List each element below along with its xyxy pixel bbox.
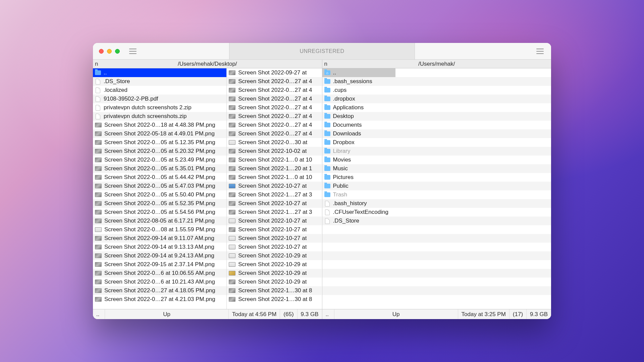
file-row[interactable]: Screen Shot 2022-0…27 at 4 bbox=[227, 77, 322, 86]
file-row[interactable]: Screen Shot 2022-09-14 at 9.11.07 AM.png bbox=[93, 234, 226, 243]
file-row[interactable]: Screen Shot 2022-1…27 at 3 bbox=[227, 190, 322, 199]
file-row[interactable]: .DS_Store bbox=[93, 77, 226, 86]
file-row[interactable]: Screen Shot 2022-1…20 at 1 bbox=[227, 164, 322, 173]
file-row[interactable]: Pictures bbox=[322, 173, 395, 182]
file-row[interactable]: Screen Shot 2022-0…27 at 4.21.03 PM.png bbox=[93, 295, 226, 304]
left-path-header[interactable]: n /Users/mehak/Desktop/ bbox=[93, 60, 322, 68]
file-name: Screen Shot 2022-0…27 at 4.18.05 PM.png bbox=[104, 287, 215, 294]
file-row[interactable]: Screen Shot 2022-10-27 at bbox=[227, 225, 322, 234]
file-row[interactable]: .CFUserTextEncoding bbox=[322, 208, 395, 217]
file-row[interactable]: Screen Shot 2022-0…05 at 5.20.32 PM.png bbox=[93, 147, 226, 156]
file-row[interactable]: Screen Shot 2022-0…08 at 1.55.59 PM.png bbox=[93, 225, 226, 234]
file-row[interactable]: Screen Shot 2022-0…27 at 4 bbox=[227, 95, 322, 103]
file-row[interactable]: Screen Shot 2022-0…05 at 5.50.40 PM.png bbox=[93, 190, 226, 199]
file-row[interactable]: Music bbox=[322, 164, 395, 173]
file-row[interactable]: Screen Shot 2022-1…27 at 3 bbox=[227, 208, 322, 217]
file-row[interactable]: Screen Shot 2022-10-29 at bbox=[227, 260, 322, 269]
file-row[interactable]: Screen Shot 2022-0…05 at 5.35.01 PM.png bbox=[93, 164, 226, 173]
file-row[interactable]: .DS_Store bbox=[322, 217, 395, 225]
file-row[interactable]: .localized bbox=[93, 86, 226, 95]
file-row[interactable]: Public bbox=[322, 182, 395, 190]
right-pane[interactable]: ...bash_sessions.cups.dropboxApplication… bbox=[322, 68, 551, 309]
file-row[interactable]: Screen Shot 2022-0…27 at 4 bbox=[227, 86, 322, 95]
file-row[interactable]: Screen Shot 2022-0…05 at 5.12.35 PM.png bbox=[93, 138, 226, 147]
zoom-button[interactable] bbox=[115, 49, 120, 54]
file-row[interactable]: Downloads bbox=[322, 129, 395, 138]
file-row[interactable]: Screen Shot 2022-0…05 at 5.44.42 PM.png bbox=[93, 173, 226, 182]
list-view-icon[interactable] bbox=[129, 49, 137, 54]
file-row[interactable]: Screen Shot 2022-09-14 at 9.13.13 AM.png bbox=[93, 243, 226, 251]
file-row[interactable]: Screen Shot 2022-08-05 at 6.17.21 PM.png bbox=[93, 217, 226, 225]
file-row[interactable]: Library bbox=[322, 147, 395, 156]
file-row[interactable]: Screen Shot 2022-10-27 at bbox=[227, 234, 322, 243]
status-parent[interactable]: .. bbox=[93, 309, 105, 319]
file-row[interactable]: Screen Shot 2022-1…0 at 10 bbox=[227, 156, 322, 164]
file-row[interactable]: Screen Shot 2022-0…30 at bbox=[227, 138, 322, 147]
file-row[interactable]: Screen Shot 2022-09-27 at bbox=[227, 68, 322, 77]
file-row[interactable]: Screen Shot 2022-10-29 at bbox=[227, 278, 322, 286]
file-row[interactable]: Screen Shot 2022-05-18 at 4.49.01 PM.png bbox=[93, 129, 226, 138]
left-pane[interactable]: ...DS_Store.localized9108-39502-2-PB.pdf… bbox=[93, 68, 322, 309]
file-row[interactable]: Screen Shot 2022-0…05 at 5.54.56 PM.png bbox=[93, 208, 226, 217]
close-button[interactable] bbox=[99, 49, 104, 54]
file-row[interactable]: .bash_sessions bbox=[322, 77, 395, 86]
file-row[interactable]: Screen Shot 2022-0…18 at 4.48.38 PM.png bbox=[93, 121, 226, 129]
file-row[interactable]: Screen Shot 2022-10-27 at bbox=[227, 217, 322, 225]
file-row[interactable]: privatevpn dutch screenshots.zip bbox=[93, 112, 226, 121]
tab-unregistered[interactable]: UNREGISTERED bbox=[229, 43, 415, 59]
file-row[interactable]: Desktop bbox=[322, 112, 395, 121]
file-row[interactable]: Screen Shot 2022-10-27 at bbox=[227, 199, 322, 208]
thumbnail-icon bbox=[95, 123, 102, 127]
file-row[interactable]: .bash_history bbox=[322, 199, 395, 208]
file-row[interactable]: Trash bbox=[322, 190, 395, 199]
file-name: Screen Shot 2022-0…05 at 5.35.01 PM.png bbox=[104, 165, 215, 172]
file-row[interactable]: 9108-39502-2-PB.pdf bbox=[93, 95, 226, 103]
file-row[interactable]: Screen Shot 2022-0…05 at 5.52.35 PM.png bbox=[93, 199, 226, 208]
file-row[interactable]: .cups bbox=[322, 86, 395, 95]
file-row[interactable]: Screen Shot 2022-0…05 at 5.23.49 PM.png bbox=[93, 156, 226, 164]
file-row[interactable]: Screen Shot 2022-10-27 at bbox=[227, 182, 322, 190]
file-row[interactable]: Screen Shot 2022-0…05 at 5.47.03 PM.png bbox=[93, 182, 226, 190]
file-name: 9108-39502-2-PB.pdf bbox=[104, 96, 158, 102]
list-view-icon[interactable] bbox=[536, 49, 544, 54]
file-name: Screen Shot 2022-10-27 at bbox=[238, 226, 307, 233]
file-row[interactable]: Applications bbox=[322, 103, 395, 112]
thumbnail-icon bbox=[229, 192, 235, 197]
file-name: Screen Shot 2022-0…27 at 4 bbox=[238, 96, 312, 102]
file-row[interactable]: privatevpn dutch screenshots 2.zip bbox=[93, 103, 226, 112]
status-parent[interactable]: .. bbox=[322, 309, 334, 319]
empty-row bbox=[395, 173, 551, 182]
file-row[interactable]: Screen Shot 2022-0…6 at 10.06.55 AM.png bbox=[93, 269, 226, 278]
empty-row bbox=[395, 286, 551, 295]
file-row[interactable]: Screen Shot 2022-0…27 at 4.18.05 PM.png bbox=[93, 286, 226, 295]
empty-row bbox=[395, 199, 551, 208]
file-row[interactable]: Documents bbox=[322, 121, 395, 129]
file-name: Screen Shot 2022-10-27 at bbox=[238, 200, 307, 207]
file-row[interactable]: Screen Shot 2022-1…30 at 8 bbox=[227, 286, 322, 295]
file-row[interactable]: Movies bbox=[322, 156, 395, 164]
file-row[interactable]: Screen Shot 2022-1…0 at 10 bbox=[227, 173, 322, 182]
file-row[interactable]: Screen Shot 2022-10-29 at bbox=[227, 269, 322, 278]
minimize-button[interactable] bbox=[107, 49, 112, 54]
file-row[interactable]: Screen Shot 2022-09-14 at 9.24.13 AM.png bbox=[93, 251, 226, 260]
file-row[interactable]: Screen Shot 2022-09-15 at 2.37.14 PM.png bbox=[93, 260, 226, 269]
file-row[interactable]: Screen Shot 2022-1…30 at 8 bbox=[227, 295, 322, 304]
file-row[interactable]: Screen Shot 2022-10-27 at bbox=[227, 243, 322, 251]
file-row[interactable]: Screen Shot 2022-0…6 at 10.21.43 AM.png bbox=[93, 278, 226, 286]
right-column-1: ...bash_sessions.cups.dropboxApplication… bbox=[322, 68, 395, 309]
file-row[interactable]: Screen Shot 2022-0…27 at 4 bbox=[227, 129, 322, 138]
file-row[interactable]: .. bbox=[93, 68, 226, 77]
thumbnail-icon bbox=[229, 70, 235, 75]
file-row[interactable]: Dropbox bbox=[322, 138, 395, 147]
file-row[interactable]: Screen Shot 2022-10-29 at bbox=[227, 251, 322, 260]
file-row[interactable]: Screen Shot 2022-0…27 at 4 bbox=[227, 121, 322, 129]
file-row[interactable]: .dropbox bbox=[322, 95, 395, 103]
file-row[interactable]: Screen Shot 2022-0…27 at 4 bbox=[227, 112, 322, 121]
status-up-button[interactable]: Up bbox=[334, 309, 458, 319]
right-path-header[interactable]: n /Users/mehak/ bbox=[322, 60, 551, 68]
file-row[interactable]: .. bbox=[322, 68, 395, 77]
left-status: .. Up Today at 4:56 PM (65) 9.3 GB bbox=[93, 309, 322, 319]
file-row[interactable]: Screen Shot 2022-10-02 at bbox=[227, 147, 322, 156]
file-row[interactable]: Screen Shot 2022-0…27 at 4 bbox=[227, 103, 322, 112]
status-up-button[interactable]: Up bbox=[105, 309, 229, 319]
